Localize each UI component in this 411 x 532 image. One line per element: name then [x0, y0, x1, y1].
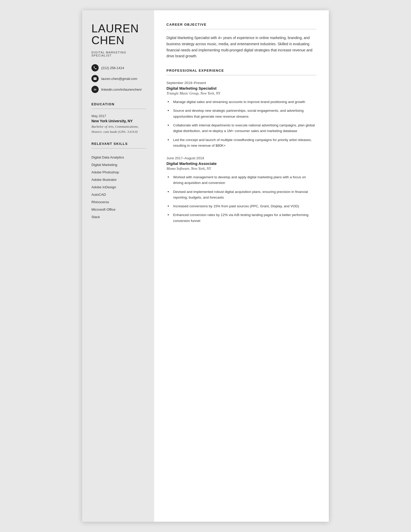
job-date: September 2019–Present	[166, 81, 316, 85]
education-section-title: EDUCATION	[91, 102, 146, 106]
jobs-container: September 2019–PresentDigital Marketing …	[166, 81, 316, 224]
job-date: June 2017–August 2019	[166, 156, 316, 160]
linkedin-icon: in	[91, 86, 99, 93]
job-company: Momo Software, New York, NY	[166, 167, 316, 171]
skill-item: AutoCAD	[91, 191, 146, 198]
email-text: lauren.chen@gmail.com	[101, 77, 137, 81]
job-block: September 2019–PresentDigital Marketing …	[166, 81, 316, 148]
education-date: May 2017	[91, 114, 146, 118]
career-objective-divider	[166, 29, 316, 29]
bullet-item: Increased conversions by 15% from paid s…	[167, 203, 316, 209]
bullet-item: Led the concept and launch of multiple c…	[167, 137, 316, 149]
skill-item: Adobe InDesign	[91, 183, 146, 191]
skill-item: Slack	[91, 213, 146, 221]
skills-list: Digital Data AnalyticsDigital MarketingA…	[91, 154, 146, 221]
name-line1: LAUREN	[91, 22, 139, 35]
bullet-item: Devised and implemented robust digital a…	[167, 189, 316, 201]
skill-item: Adobe Illustrator	[91, 176, 146, 183]
resume-container: LAUREN CHEN DIGITAL MARKETING SPECIALIST…	[82, 10, 329, 522]
experience-divider	[166, 75, 316, 75]
bullet-item: Collaborate with internal departments to…	[167, 123, 316, 134]
skill-item: Digital Data Analytics	[91, 154, 146, 161]
main-content: CAREER OBJECTIVE Digital Marketing Speci…	[154, 10, 329, 522]
job-bullets: Manage digital sales and streaming accou…	[166, 99, 316, 148]
career-objective-title: CAREER OBJECTIVE	[166, 23, 316, 26]
job-title: Digital Marketing Associate	[166, 161, 316, 166]
phone-text: (212) 256-1414	[101, 66, 124, 70]
phone-icon	[91, 64, 99, 71]
email-item: lauren.chen@gmail.com	[91, 75, 146, 82]
contact-list: (212) 256-1414 lauren.chen@gmail.com in …	[91, 64, 146, 93]
skill-item: Digital Marketing	[91, 161, 146, 169]
bullet-item: Manage digital sales and streaming accou…	[167, 99, 316, 105]
experience-section-title: PROFESSIONAL EXPERIENCE	[166, 69, 316, 72]
career-objective-text: Digital Marketing Specialist with 4+ yea…	[166, 35, 316, 59]
candidate-name: LAUREN CHEN	[91, 23, 146, 46]
sidebar: LAUREN CHEN DIGITAL MARKETING SPECIALIST…	[82, 10, 154, 522]
phone-item: (212) 256-1414	[91, 64, 146, 71]
skill-item: Adobe Photoshop	[91, 169, 146, 176]
linkedin-item: in linkedin.com/in/laurenchen/	[91, 86, 146, 93]
bullet-item: Source and develop new strategic partner…	[167, 108, 316, 119]
skill-item: Rhinoceros	[91, 198, 146, 206]
education-details: Bachelor of Arts, Communications, Honors…	[91, 124, 146, 134]
skills-divider	[91, 148, 146, 148]
skills-section-title: RELEVANT SKILLS	[91, 142, 146, 146]
job-bullets: Worked with management to develop and ap…	[166, 174, 316, 224]
linkedin-text: linkedin.com/in/laurenchen/	[101, 88, 142, 91]
bullet-item: Enhanced conversion rates by 12% via A/B…	[167, 212, 316, 224]
email-icon	[91, 75, 99, 82]
candidate-title: DIGITAL MARKETING SPECIALIST	[91, 51, 146, 57]
education-divider	[91, 109, 146, 109]
job-title: Digital Marketing Specialist	[166, 86, 316, 90]
bullet-item: Worked with management to develop and ap…	[167, 174, 316, 186]
job-company: Triangle Music Group, New York, NY	[166, 91, 316, 96]
name-line2: CHEN	[91, 34, 125, 46]
education-school: New York University, NY	[91, 119, 146, 123]
skill-item: Microsoft Office	[91, 206, 146, 213]
job-block: June 2017–August 2019Digital Marketing A…	[166, 156, 316, 224]
